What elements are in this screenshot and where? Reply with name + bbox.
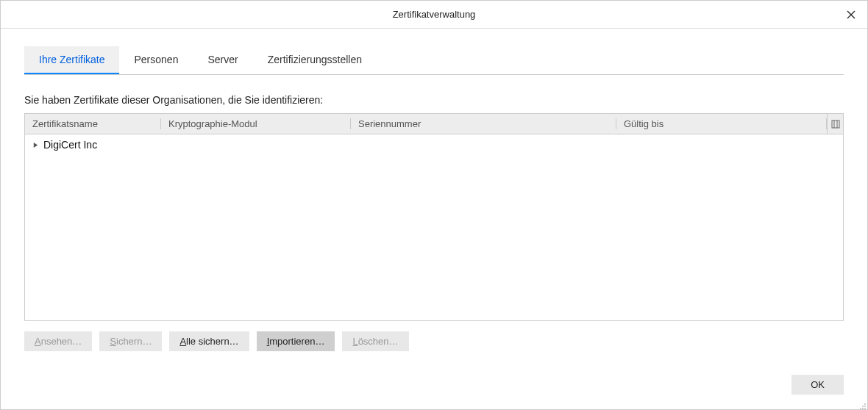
col-header-crypto[interactable]: Kryptographie-Modul bbox=[161, 118, 351, 129]
tab-bar: Ihre Zertifikate Personen Server Zertifi… bbox=[24, 46, 844, 75]
svg-point-7 bbox=[864, 406, 866, 407]
backup-button: Sichern… bbox=[99, 331, 162, 351]
close-button[interactable] bbox=[842, 6, 860, 24]
tab-servers[interactable]: Server bbox=[193, 46, 252, 74]
certificate-manager-dialog: Zertifikatverwaltung Ihre Zertifikate Pe… bbox=[0, 0, 868, 410]
table-row[interactable]: DigiCert Inc bbox=[25, 134, 843, 155]
column-picker-icon bbox=[831, 120, 840, 129]
dialog-title: Zertifikatverwaltung bbox=[393, 9, 476, 20]
action-buttons: Ansehen… Sichern… Alle sichern… Importie… bbox=[24, 331, 844, 351]
resize-grip[interactable] bbox=[858, 400, 867, 409]
backup-all-button[interactable]: Alle sichern… bbox=[169, 331, 249, 351]
col-header-name[interactable]: Zertifikatsname bbox=[25, 118, 161, 129]
tab-people[interactable]: Personen bbox=[119, 46, 193, 74]
row-label: DigiCert Inc bbox=[43, 139, 97, 151]
view-button: Ansehen… bbox=[24, 331, 92, 351]
certificate-table: Zertifikatsname Kryptographie-Modul Seri… bbox=[24, 113, 844, 321]
table-body: DigiCert Inc bbox=[25, 134, 843, 320]
svg-point-10 bbox=[864, 408, 866, 409]
svg-rect-2 bbox=[832, 121, 839, 128]
col-header-valid[interactable]: Gültig bis bbox=[616, 118, 827, 129]
import-button[interactable]: Importieren… bbox=[257, 331, 335, 351]
titlebar: Zertifikatverwaltung bbox=[1, 1, 867, 29]
column-picker-button[interactable] bbox=[827, 114, 843, 134]
svg-point-8 bbox=[860, 408, 861, 409]
close-icon bbox=[847, 10, 855, 19]
dialog-footer: OK bbox=[1, 363, 867, 409]
svg-point-9 bbox=[862, 408, 864, 409]
svg-point-6 bbox=[862, 406, 864, 407]
tab-authorities[interactable]: Zertifizierungsstellen bbox=[253, 46, 377, 74]
svg-point-5 bbox=[864, 403, 866, 405]
delete-button: Löschen… bbox=[342, 331, 408, 351]
dialog-content: Ihre Zertifikate Personen Server Zertifi… bbox=[1, 29, 867, 363]
tab-description: Sie haben Zertifikate dieser Organisatio… bbox=[24, 94, 844, 106]
resize-grip-icon bbox=[858, 401, 867, 410]
table-header: Zertifikatsname Kryptographie-Modul Seri… bbox=[25, 114, 843, 134]
tab-your-certificates[interactable]: Ihre Zertifikate bbox=[24, 46, 119, 74]
ok-button[interactable]: OK bbox=[791, 375, 844, 395]
col-header-serial[interactable]: Seriennummer bbox=[351, 118, 616, 129]
chevron-right-icon[interactable] bbox=[32, 142, 39, 148]
